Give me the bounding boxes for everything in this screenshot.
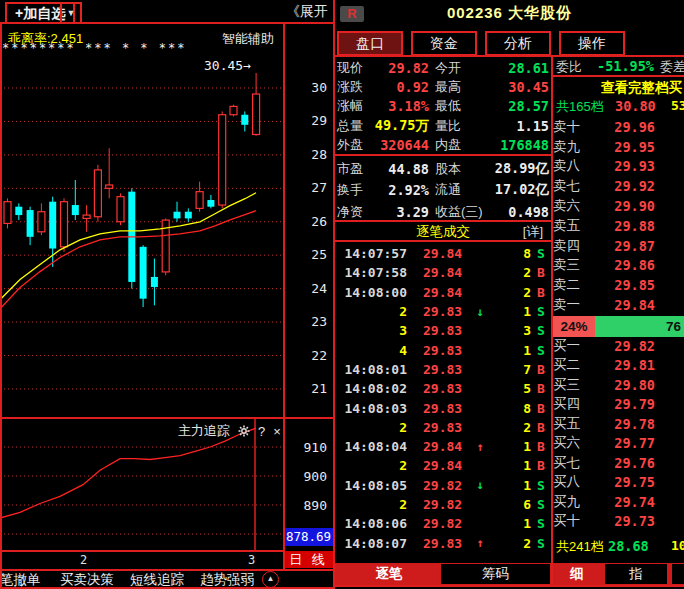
stock-terminal-window: +加自选 ▼ 《展开 乖离率:2.451 智能辅助 ******** *** *…: [0, 0, 684, 589]
tick-row: 14:08:0729.83↑2S: [335, 533, 551, 552]
sell-levels-count: 共165档: [556, 98, 604, 116]
tab-detail[interactable]: 细: [557, 564, 597, 584]
tab-operate[interactable]: 操作: [559, 31, 625, 56]
help-icon[interactable]: ?: [258, 424, 265, 439]
book-price[interactable]: 29.84: [603, 297, 684, 313]
tick-row: 329.833S: [335, 321, 551, 340]
book-price[interactable]: 29.93: [603, 158, 684, 174]
chevron-down-icon: ▼: [67, 8, 76, 18]
sell-row: 卖十29.96: [553, 117, 684, 137]
tick-volume: 2: [489, 420, 531, 435]
price-axis-label: 30: [285, 80, 327, 95]
book-price[interactable]: 29.96: [603, 119, 684, 135]
tick-row: 14:07:5729.848S: [335, 244, 551, 263]
tick-time: 14:08:06: [335, 516, 407, 531]
quote-row: 总量49.75万量比1.15: [337, 116, 549, 135]
book-level-label: 买七: [553, 454, 603, 472]
book-price[interactable]: 29.73: [603, 513, 684, 529]
right-tabs-strip: 细 指 势: [553, 563, 684, 585]
expand-panel-button[interactable]: 《展开: [286, 3, 328, 21]
tick-price: 29.83: [423, 343, 471, 358]
sell-row: 卖六29.90: [553, 196, 684, 216]
field-value: 30.45: [493, 79, 549, 95]
tab-tick-by-tick[interactable]: 逐笔: [349, 564, 429, 584]
tick-row: 14:08:0129.837B: [335, 360, 551, 379]
book-price[interactable]: 29.86: [603, 257, 684, 273]
field-label: 市盈: [337, 160, 373, 178]
tick-row: 229.832B: [335, 418, 551, 437]
sell-row: 卖七29.92: [553, 176, 684, 196]
field-value: 2.92%: [373, 182, 429, 198]
book-price[interactable]: 29.92: [603, 178, 684, 194]
book-price[interactable]: 29.82: [603, 338, 684, 354]
tab-funds[interactable]: 资金: [411, 31, 477, 56]
quote-grid: 现价29.82今开28.61涨跌0.92最高30.45涨幅3.18%最低28.5…: [337, 58, 549, 155]
book-price[interactable]: 29.80: [603, 377, 684, 393]
tick-price: 29.84: [423, 439, 471, 454]
book-level-label: 买一: [553, 337, 603, 355]
quote-tabs: 盘口 资金 分析 操作: [337, 31, 625, 56]
field-value: 28.61: [493, 60, 549, 76]
quote-row: 涨跌0.92最高30.45: [337, 77, 549, 96]
tick-price: 29.83: [423, 362, 471, 377]
book-price[interactable]: 29.88: [603, 218, 684, 234]
book-level-label: 买六: [553, 434, 603, 452]
field-value: 1.15: [493, 118, 549, 134]
tick-price: 29.84: [423, 285, 471, 300]
tick-price: 29.84: [423, 458, 471, 473]
tick-side: S: [531, 246, 551, 261]
gear-icon[interactable]: [238, 425, 250, 437]
book-price[interactable]: 29.75: [603, 474, 684, 490]
book-price[interactable]: 29.87: [603, 238, 684, 254]
close-icon[interactable]: ×: [273, 424, 281, 439]
price-axis-label: 22: [285, 348, 327, 363]
divider: [335, 154, 551, 156]
field-label: 换手: [337, 181, 373, 199]
divider: [0, 550, 283, 552]
sell-high-price: 30.80: [615, 98, 656, 114]
tab-trend[interactable]: 势: [672, 564, 684, 584]
quote-row: 外盘320644内盘176848: [337, 136, 549, 155]
view-full-book-link[interactable]: 查看完整档买: [601, 79, 682, 97]
book-price[interactable]: 29.79: [603, 396, 684, 412]
smart-assist-label[interactable]: 智能辅助: [222, 30, 274, 48]
tick-volume: 1: [489, 343, 531, 358]
tick-detail-link[interactable]: [详]: [523, 223, 543, 241]
field-label: 收益(三): [429, 203, 493, 221]
buy-ratio-segment: 76: [595, 316, 684, 337]
buy-row: 买四29.79: [553, 395, 684, 415]
tab-analysis[interactable]: 分析: [485, 31, 551, 56]
book-price[interactable]: 29.74: [603, 494, 684, 510]
price-axis-label: 25: [285, 247, 327, 262]
book-price[interactable]: 29.90: [603, 198, 684, 214]
book-price[interactable]: 29.76: [603, 455, 684, 471]
book-price[interactable]: 29.95: [603, 139, 684, 155]
book-price[interactable]: 29.85: [603, 277, 684, 293]
tick-price: 29.82: [423, 478, 471, 493]
subchart-axis-label: 900: [285, 469, 327, 484]
book-level-label: 卖九: [553, 138, 603, 156]
tab-index[interactable]: 指: [605, 564, 667, 584]
book-price[interactable]: 29.78: [603, 416, 684, 432]
sell-row: 卖五29.88: [553, 216, 684, 236]
collapse-up-icon[interactable]: ▲: [262, 571, 279, 588]
tick-side: S: [531, 323, 551, 338]
divider: [0, 22, 2, 588]
tab-chip-distribution[interactable]: 筹码: [441, 564, 550, 584]
price-axis-label: 23: [285, 314, 327, 329]
tick-list-header: 逐笔成交 [详]: [335, 223, 551, 241]
book-price[interactable]: 29.81: [603, 357, 684, 373]
book-price[interactable]: 29.77: [603, 435, 684, 451]
sell-row: 卖三29.86: [553, 256, 684, 276]
watchlist-dropdown-button[interactable]: ▼: [60, 2, 82, 24]
buy-row: 买九29.74: [553, 492, 684, 512]
period-daily-badge[interactable]: 日 线: [284, 551, 333, 568]
tick-side: B: [531, 362, 551, 377]
tab-pankou[interactable]: 盘口: [337, 31, 403, 56]
field-value: 176848: [493, 137, 549, 153]
field-label: 流通: [429, 181, 493, 199]
buy-row: 买七29.76: [553, 453, 684, 473]
field-label: 最低: [429, 97, 493, 115]
price-axis-label: 26: [285, 214, 327, 229]
fundamental-grid: 市盈44.88股本28.99亿换手2.92%流通17.02亿净资3.29收益(三…: [337, 158, 549, 223]
